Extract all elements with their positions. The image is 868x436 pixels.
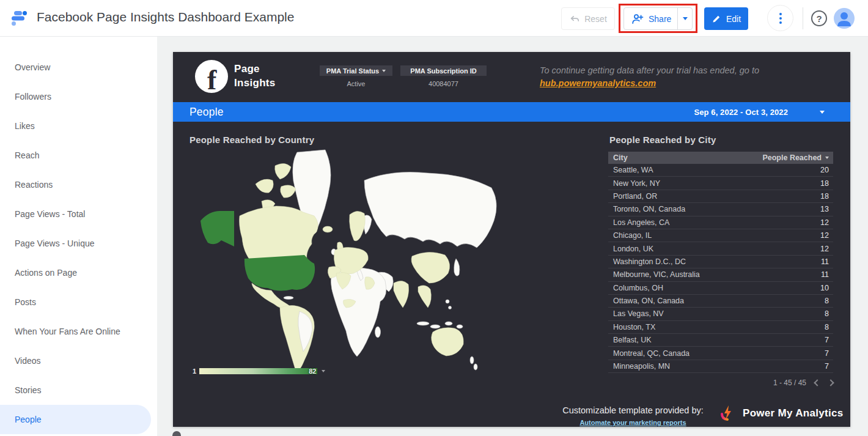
pagination-range: 1 - 45 / 45 [773, 379, 806, 387]
help-button[interactable]: ? [811, 10, 827, 26]
column-header-people-reached[interactable]: People Reached [762, 153, 833, 162]
section-title: People [189, 106, 224, 119]
date-range-value[interactable]: Sep 6, 2022 - Oct 3, 2022 [694, 108, 788, 117]
question-mark-icon: ? [816, 13, 822, 24]
pma-hub-link[interactable]: hub.powermyanalytics.com [540, 78, 656, 88]
table-row: Belfast, UK7 [608, 334, 833, 347]
sidebar-item-followers[interactable]: Followers [0, 82, 157, 111]
table-row: Portland, OR18 [608, 190, 833, 203]
report-canvas: f Page Insights PMA Trial Status Active … [173, 52, 850, 427]
sidebar-item-posts[interactable]: Posts [0, 287, 157, 317]
table-row: Ottawa, ON, Canada8 [608, 295, 833, 308]
page-title: Facebook Page Insights Dashboard Example [37, 10, 294, 24]
section-header-bar: People Sep 6, 2022 - Oct 3, 2022 [173, 102, 850, 122]
table-row: Minneapolis, MN7 [608, 360, 833, 373]
sidebar-item-videos[interactable]: Videos [0, 346, 157, 375]
looker-studio-logo-icon [10, 9, 28, 28]
table-row: Chicago, IL12 [608, 229, 833, 242]
report-pages-sidebar: Overview Followers Likes Reach Reactions… [0, 37, 157, 436]
pma-trial-status-value: Active [320, 76, 392, 87]
table-row: Houston, TX8 [608, 321, 833, 334]
pma-subscription-id-field: PMA Subscription ID 40084077 [400, 65, 487, 87]
sidebar-item-overview[interactable]: Overview [0, 53, 157, 82]
chevron-down-icon [683, 17, 688, 20]
city-table-title: People Reached by City [609, 135, 716, 145]
sidebar-item-reactions[interactable]: Reactions [0, 170, 157, 199]
table-row: Toronto, ON, Canada13 [608, 203, 833, 216]
pma-trial-status-header[interactable]: PMA Trial Status [320, 65, 392, 76]
power-my-analytics-brand[interactable]: Power My Analytics [719, 404, 843, 423]
column-header-city[interactable]: City [608, 153, 762, 162]
report-view-area: f Page Insights PMA Trial Status Active … [157, 37, 868, 436]
pma-subscription-id-header: PMA Subscription ID [400, 65, 487, 76]
person-icon [834, 8, 855, 29]
top-app-bar: Facebook Page Insights Dashboard Example… [0, 0, 868, 37]
pma-brand-name: Power My Analytics [743, 407, 843, 419]
table-pagination: 1 - 45 / 45 [608, 376, 833, 390]
sidebar-item-page-views-total[interactable]: Page Views - Total [0, 199, 157, 229]
sidebar-item-stories[interactable]: Stories [0, 375, 157, 405]
city-table-header: City People Reached [608, 152, 833, 164]
facebook-logo-icon: f [195, 60, 228, 93]
sidebar-item-page-views-unique[interactable]: Page Views - Unique [0, 229, 157, 258]
table-row: Seattle, WA20 [608, 164, 833, 177]
map-chart-title: People Reached by Country [189, 135, 314, 145]
share-main-action[interactable]: Share [624, 8, 677, 29]
trial-note: To continue getting data after your tria… [540, 64, 803, 90]
pma-bolt-icon [719, 404, 737, 423]
dots-vertical-icon [779, 13, 782, 15]
share-label: Share [649, 14, 671, 24]
pagination-prev-icon[interactable] [814, 379, 820, 386]
sidebar-item-fans-online[interactable]: When Your Fans Are Online [0, 317, 157, 346]
template-provided-by-text: Customizable template provided by: [558, 405, 708, 415]
more-options-button[interactable] [767, 5, 793, 31]
pma-subscription-id-value: 40084077 [400, 76, 487, 87]
share-dropdown-button[interactable] [677, 8, 692, 29]
table-row: Los Angeles, CA12 [608, 216, 833, 229]
world-choropleth-map[interactable] [183, 147, 599, 372]
edit-button[interactable]: Edit [704, 7, 748, 30]
sidebar-item-people[interactable]: People [0, 405, 151, 434]
table-row: London, UK12 [608, 242, 833, 255]
pencil-icon [712, 14, 721, 24]
undo-icon [569, 13, 580, 24]
automate-reports-link[interactable]: Automate your marketing reports [558, 419, 708, 426]
pagination-next-icon[interactable] [827, 379, 834, 386]
report-issue-icon[interactable] [172, 431, 181, 436]
report-brand-title: Page Insights [234, 62, 276, 90]
table-row: Melbourne, VIC, Australia11 [608, 268, 833, 281]
sidebar-item-likes[interactable]: Likes [0, 111, 157, 141]
sidebar-item-actions-on-page[interactable]: Actions on Page [0, 258, 157, 287]
edit-label: Edit [726, 14, 741, 24]
table-row: Columbus, OH10 [608, 282, 833, 295]
legend-dropdown-icon[interactable] [322, 370, 325, 372]
reset-label: Reset [584, 14, 607, 24]
sort-caret-icon [382, 70, 386, 72]
legend-min-value: 1 [193, 368, 196, 375]
table-row: Washington D.C., DC11 [608, 256, 833, 268]
person-add-icon [631, 13, 644, 25]
map-color-legend: 1 82 [193, 368, 325, 375]
city-table: City People Reached Seattle, WA20 New Yo… [608, 152, 833, 373]
legend-gradient-bar [199, 368, 317, 374]
table-row: New York, NY18 [608, 177, 833, 190]
legend-max-value: 82 [309, 368, 316, 375]
sort-caret-icon [825, 157, 829, 159]
toolbar-divider [803, 7, 803, 29]
reset-button[interactable]: Reset [561, 7, 615, 30]
pma-trial-status-field: PMA Trial Status Active [320, 65, 392, 87]
table-row: Montreal, QC, Canada7 [608, 347, 833, 360]
user-avatar[interactable] [834, 8, 855, 29]
sidebar-item-reach[interactable]: Reach [0, 141, 157, 170]
table-row: Las Vegas, NV8 [608, 308, 833, 320]
share-button[interactable]: Share [623, 7, 693, 30]
date-range-dropdown-icon[interactable] [820, 111, 825, 114]
